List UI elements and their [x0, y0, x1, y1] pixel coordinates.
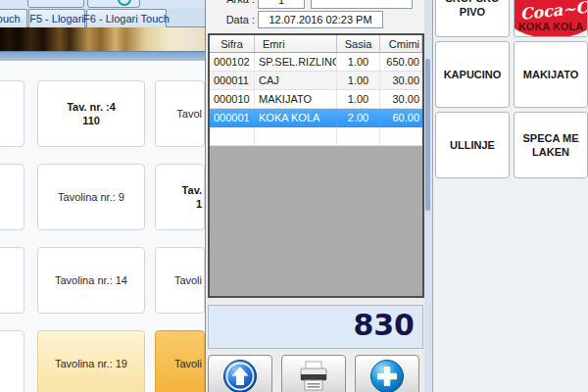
cell-sifra: 000011 [210, 72, 255, 89]
product-button-makijato[interactable]: MAKIJATO [514, 41, 588, 108]
cell-sasia: 1.00 [337, 53, 380, 71]
cell-emri: KOKA KOLA [255, 109, 337, 126]
vertical-scrollbar[interactable] [424, 0, 432, 392]
plus-icon [369, 359, 405, 392]
cell-sifra: 000102 [210, 53, 255, 71]
column-header-sifra[interactable]: Sifra [210, 35, 255, 52]
tables-panel: Tav. nr. :4 110 Tavolina nr.: 9 Tavolina… [0, 61, 206, 392]
tab-label: F5 - Llogari [29, 13, 84, 24]
tab-label: Touch [0, 13, 21, 24]
tab-f5-llogari[interactable]: F5 - Llogari [28, 9, 85, 27]
table-button-label: Tavolina nr.: 14 [55, 273, 127, 287]
tab-touch[interactable]: Touch [0, 9, 27, 27]
cell-cmimi: 30.00 [380, 90, 422, 108]
product-button-koka-kola[interactable]: Coca~Cola KOKA KOLA [514, 0, 588, 37]
cell-emri: MAKIJATO [255, 90, 337, 108]
toolbar-button-fragment[interactable] [27, 0, 84, 8]
table-button-clipped[interactable]: Tav. 1 [155, 164, 205, 230]
table-button-partial[interactable] [0, 164, 24, 230]
table-button-tav4[interactable]: Tav. nr. :4 110 [37, 80, 145, 147]
cell-emri: SP.SEL.RIZLING [255, 53, 337, 71]
cell-cmimi: 650.00 [380, 53, 422, 71]
table-button-clipped[interactable]: Tavol [155, 80, 205, 147]
data-label: Data : [214, 14, 255, 25]
cell-emri: CAJ [255, 72, 337, 89]
column-header-sasia[interactable]: Sasia [337, 35, 380, 52]
column-header-emri[interactable]: Emri [255, 35, 337, 52]
table-button-label: Tavolina nr.: 9 [58, 190, 124, 204]
add-item-button[interactable] [355, 355, 419, 392]
table-row[interactable]: 000011 CAJ 1.00 30.00 [210, 72, 422, 90]
toolbar-button-fragment[interactable] [87, 0, 140, 8]
blue-divider-bar [0, 51, 206, 61]
table-button-clipped[interactable]: Tavoli [155, 330, 205, 392]
table-button-tav14[interactable]: Tavolina nr.: 14 [37, 247, 145, 314]
items-table: Sifra Emri Sasia Cmimi 000102 SP.SEL.RIZ… [208, 33, 424, 298]
total-amount: 830 [353, 308, 415, 342]
table-row-selected[interactable]: 000001 KOKA KOLA 2.00 60.00 [210, 109, 422, 127]
table-button-partial[interactable] [0, 247, 24, 314]
product-button-kapucino[interactable]: KAPUCINO [435, 41, 510, 108]
order-form: Arka : 1 Data : 12.07.2016 02:23 PM [206, 0, 425, 33]
tab-label: F6 - Llogari Touch [83, 13, 170, 24]
table-button-clipped[interactable]: Tavoli [155, 247, 205, 314]
table-button-label: Tavolina nr.: 19 [55, 357, 127, 370]
toolbar-remnant [0, 0, 206, 9]
pos-window: Touch F5 - Llogari F6 - Llogari Touch Ta… [0, 0, 588, 392]
table-button-partial[interactable] [0, 80, 24, 147]
cell-sifra: 000010 [210, 90, 255, 108]
table-button-number: 110 [82, 114, 100, 127]
product-label: SKOPSKO PIVO [438, 0, 507, 19]
table-button-tav9[interactable]: Tavolina nr.: 9 [37, 164, 145, 230]
arka-label: Arka : [214, 0, 255, 5]
product-label: MAKIJATO [523, 68, 578, 81]
product-button-skopsko-pivo[interactable]: SKOPSKO PIVO [435, 0, 510, 37]
table-button-label: Tavol [176, 107, 202, 121]
order-dialog: Arka : 1 Data : 12.07.2016 02:23 PM Sifr… [205, 0, 424, 392]
print-button[interactable] [281, 355, 346, 392]
arka-input[interactable]: 1 [258, 0, 305, 9]
product-label: KAPUCINO [444, 68, 502, 81]
table-button-label: Tav. [182, 183, 202, 197]
data-value: 12.07.2016 02:23 PM [269, 14, 371, 25]
data-input[interactable]: 12.07.2016 02:23 PM [258, 11, 383, 28]
tab-f6-llogari-touch[interactable]: F6 - Llogari Touch [86, 9, 167, 27]
gold-banner [0, 27, 206, 51]
table-button-tav19[interactable]: Tavolina nr.: 19 [37, 330, 145, 392]
table-button-label: Tavoli [174, 273, 202, 287]
product-label: KOKA KOLA [514, 20, 587, 33]
product-label: SPECA ME LAKEN [516, 131, 585, 159]
cell-sasia: 1.00 [337, 90, 380, 108]
tab-strip: Touch F5 - Llogari F6 - Llogari Touch [0, 9, 206, 27]
arka-input-2[interactable] [311, 0, 413, 9]
products-panel: SKOPSKO PIVO Coca~Cola KOKA KOLA KAPUCIN… [432, 0, 588, 392]
scrollbar-thumb[interactable] [425, 59, 430, 211]
table-button-label: Tavoli [174, 357, 202, 370]
cell-sasia: 1.00 [337, 72, 380, 89]
table-row[interactable]: 000102 SP.SEL.RIZLING 1.00 650.00 [210, 53, 422, 72]
printer-icon [296, 359, 331, 392]
up-arrow-icon [222, 359, 258, 392]
table-button-number: 1 [196, 197, 202, 211]
cell-sasia: 2.00 [337, 109, 380, 126]
items-table-header: Sifra Emri Sasia Cmimi [210, 35, 422, 53]
table-button-partial[interactable] [0, 330, 24, 392]
cell-sifra: 000001 [210, 109, 255, 126]
table-button-label: Tav. nr. :4 [67, 100, 116, 114]
submit-order-button[interactable] [208, 355, 272, 392]
product-label: ULLINJE [450, 138, 495, 152]
total-box: 830 [208, 305, 423, 349]
table-row-empty[interactable] [210, 127, 422, 146]
table-row[interactable]: 000010 MAKIJATO 1.00 30.00 [210, 90, 422, 109]
cell-cmimi: 60.00 [380, 109, 422, 126]
product-button-speca-me-laken[interactable]: SPECA ME LAKEN [514, 112, 588, 178]
product-button-ullinje[interactable]: ULLINJE [435, 112, 510, 178]
column-header-cmimi[interactable]: Cmimi [380, 35, 422, 52]
arka-value: 1 [278, 0, 284, 6]
cell-cmimi: 30.00 [380, 72, 422, 89]
